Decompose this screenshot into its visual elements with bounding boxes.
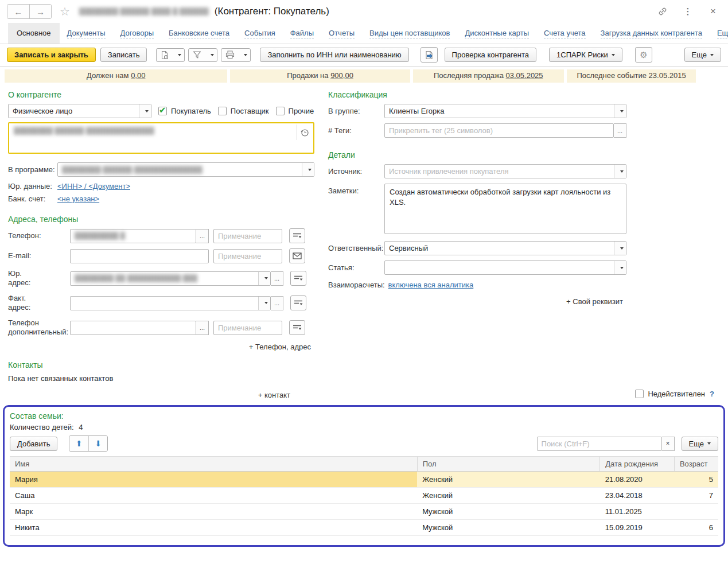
table-row[interactable]: Марк Мужской 11.01.2025	[10, 504, 718, 520]
col-gender-header[interactable]: Пол	[417, 457, 600, 472]
checkbox-postavshchik[interactable]: Поставщик	[218, 107, 269, 115]
col-name-header[interactable]: Имя	[10, 457, 417, 472]
cell-age[interactable]: 7	[674, 488, 718, 504]
get-link-icon[interactable]	[657, 6, 668, 17]
status-value-link[interactable]: 03.05.2025	[506, 71, 543, 80]
counterparty-type-combo[interactable]: Физическое лицо	[8, 104, 151, 118]
col-birthdate-header[interactable]: Дата рождения	[600, 457, 675, 472]
cell-age[interactable]: 5	[674, 472, 718, 488]
fact-address-list-button[interactable]	[290, 295, 306, 310]
tab-zagruzka-dannyh[interactable]: Загрузка данных контрагента	[593, 23, 710, 44]
move-up-button[interactable]: ⬆	[69, 436, 88, 451]
chevron-down-icon[interactable]	[614, 261, 626, 274]
legal-address-combo[interactable]: ████████ ██ ███████████ ███	[70, 271, 271, 286]
status-value-link[interactable]: 0,00	[131, 71, 145, 80]
tab-otchety[interactable]: Отчеты	[321, 23, 362, 44]
family-search-input[interactable]	[537, 437, 662, 451]
fact-address-combo[interactable]	[70, 296, 271, 310]
table-row[interactable]: Никита Мужской 15.09.2019 6	[10, 520, 718, 536]
forward-button[interactable]: →	[29, 5, 51, 18]
full-name-input[interactable]: ████████ ██████ ██████████████	[8, 122, 314, 154]
window-menu-kebab-icon[interactable]: ⋮	[682, 6, 694, 17]
chevron-down-icon[interactable]	[258, 297, 270, 310]
tab-fayly[interactable]: Файлы	[283, 23, 321, 44]
fill-by-inn-button[interactable]: Заполнить по ИНН или наименованию	[260, 48, 408, 62]
email-input[interactable]	[70, 249, 209, 263]
cell-age[interactable]: 6	[674, 520, 718, 536]
cell-birthdate[interactable]: 21.08.2020	[600, 472, 675, 488]
check-counterparty-button[interactable]: Проверка контрагента	[445, 48, 536, 62]
tab-bankovskie-scheta[interactable]: Банковские счета	[161, 23, 237, 44]
search-clear-button[interactable]: ×	[662, 437, 675, 451]
toolbar-more-button[interactable]: Еще	[684, 48, 721, 62]
phone-select-button[interactable]: ...	[196, 229, 209, 243]
cell-name[interactable]: Марк	[10, 504, 417, 520]
chevron-down-icon[interactable]	[614, 165, 626, 178]
add-family-member-button[interactable]: Добавить	[10, 437, 57, 451]
add-phone-address-link[interactable]: + Телефон, адрес	[249, 343, 311, 351]
email-note-input[interactable]	[213, 249, 282, 263]
checkbox-pokupatel[interactable]: Покупатель	[158, 107, 211, 115]
group-combo[interactable]: Клиенты Егорка	[384, 104, 626, 118]
chevron-down-icon[interactable]	[258, 272, 270, 285]
add-contact-link[interactable]: + контакт	[258, 391, 290, 399]
cell-age[interactable]	[674, 504, 718, 520]
legal-address-list-button[interactable]	[290, 271, 306, 286]
settlements-link[interactable]: включена вся аналитика	[388, 281, 474, 289]
print-button[interactable]	[221, 48, 251, 62]
table-row[interactable]: Саша Женский 23.04.2018 7	[10, 488, 718, 504]
chevron-down-icon[interactable]	[614, 242, 626, 255]
cell-gender[interactable]: Мужской	[417, 520, 600, 536]
tab-vidy-cen-postavshchikov[interactable]: Виды цен поставщиков	[362, 23, 457, 44]
tab-more[interactable]: Еще...	[710, 23, 728, 44]
tab-sobytiya[interactable]: События	[237, 23, 283, 44]
notes-textarea[interactable]: Создан автоматически обработкой загрузки…	[384, 184, 626, 234]
chevron-down-icon[interactable]	[139, 104, 151, 118]
load-data-button[interactable]	[421, 47, 438, 63]
create-based-on-button[interactable]	[156, 48, 185, 62]
tab-scheta-ucheta[interactable]: Счета учета	[536, 23, 593, 44]
invalid-help-link[interactable]: ?	[710, 390, 714, 398]
close-icon[interactable]: ×	[707, 6, 719, 17]
cell-gender[interactable]: Мужской	[417, 504, 600, 520]
checkbox-unchecked-icon[interactable]	[276, 107, 285, 115]
cell-name[interactable]: Никита	[10, 520, 417, 536]
legal-data-link[interactable]: <ИНН> / <Документ>	[57, 182, 130, 190]
col-age-header[interactable]: Возраст	[674, 457, 718, 472]
tags-select-button[interactable]: ...	[614, 123, 626, 138]
legal-address-select-button[interactable]: ...	[271, 271, 283, 286]
send-email-button[interactable]	[289, 248, 305, 263]
cell-name[interactable]: Мария	[10, 472, 417, 488]
spark-risks-button[interactable]: 1СПАРК Риски	[549, 48, 622, 62]
tab-diskontnye-karty[interactable]: Дисконтные карты	[457, 23, 536, 44]
add-custom-field-link[interactable]: + Свой реквизит	[566, 297, 623, 306]
cell-gender[interactable]: Женский	[417, 472, 600, 488]
source-combo[interactable]	[384, 164, 626, 178]
phone-input[interactable]: █████████ █	[70, 229, 196, 243]
tags-input[interactable]	[384, 123, 614, 138]
phone-note-input[interactable]	[213, 229, 282, 243]
tab-dokumenty[interactable]: Документы	[60, 23, 113, 44]
phone2-note-input[interactable]	[213, 321, 282, 335]
fact-address-select-button[interactable]: ...	[271, 296, 283, 310]
cell-birthdate[interactable]: 15.09.2019	[600, 520, 675, 536]
save-and-close-button[interactable]: Записать и закрыть	[7, 48, 96, 62]
checkbox-prochie[interactable]: Прочие	[276, 107, 314, 115]
tab-osnovnoe[interactable]: Основное	[8, 23, 60, 44]
table-row[interactable]: Мария Женский 21.08.2020 5	[10, 472, 718, 488]
move-down-button[interactable]: ⬇	[88, 436, 107, 451]
phone2-list-button[interactable]	[289, 320, 305, 335]
tab-dogovory[interactable]: Договоры	[113, 23, 161, 44]
cell-gender[interactable]: Женский	[417, 488, 600, 504]
cell-birthdate[interactable]: 23.04.2018	[600, 488, 675, 504]
checkbox-checked-icon[interactable]	[158, 107, 167, 115]
status-value-link[interactable]: 900,00	[330, 71, 353, 80]
save-button[interactable]: Записать	[100, 48, 147, 62]
phone2-select-button[interactable]: ...	[196, 321, 209, 335]
favorite-star-icon[interactable]: ☆	[60, 5, 70, 18]
responsible-combo[interactable]: Сервисный	[384, 241, 626, 255]
cell-birthdate[interactable]: 11.01.2025	[600, 504, 675, 520]
back-button[interactable]: ←	[7, 5, 29, 18]
family-more-button[interactable]: Еще	[682, 437, 718, 451]
checkbox-unchecked-icon[interactable]	[218, 107, 227, 115]
